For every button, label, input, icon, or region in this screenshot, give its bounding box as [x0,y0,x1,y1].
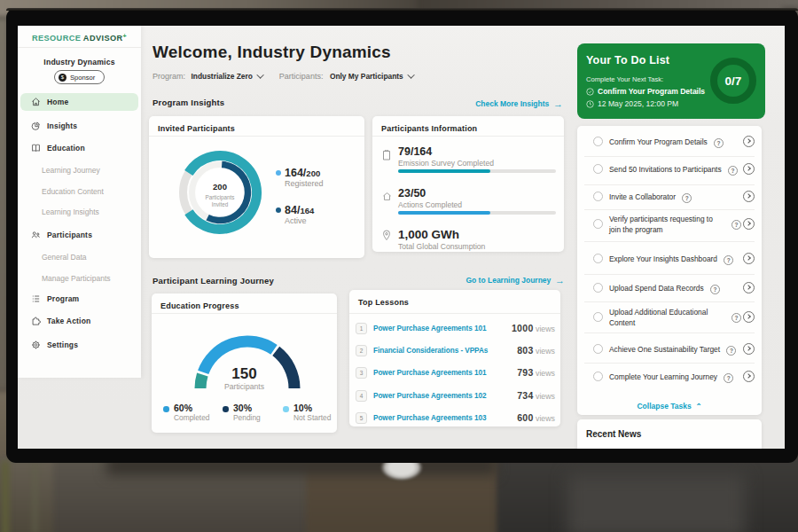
svg-text:200: 200 [213,182,227,192]
svg-text:Invited: Invited [212,201,229,207]
